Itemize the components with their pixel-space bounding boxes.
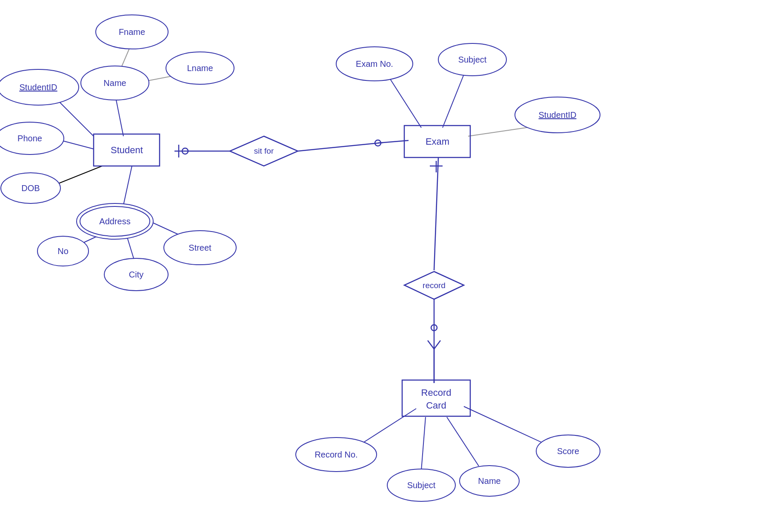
- svg-line-31: [464, 406, 547, 445]
- entity-record-card-label-line2: Card: [426, 400, 446, 411]
- attr-studentid2-label: StudentID: [539, 110, 577, 120]
- attr-phone-label: Phone: [17, 134, 42, 143]
- entity-exam-label: Exam: [426, 136, 449, 147]
- svg-line-26: [434, 340, 440, 349]
- attr-score-label: Score: [557, 446, 579, 456]
- attr-city-label: City: [129, 270, 143, 279]
- svg-line-20: [434, 157, 438, 270]
- svg-line-17: [387, 74, 421, 128]
- attr-name-rc-label: Name: [478, 476, 500, 486]
- svg-line-30: [447, 417, 479, 466]
- attr-subject-rc-label: Subject: [407, 481, 436, 490]
- attr-name-label: Name: [103, 78, 126, 88]
- svg-line-4: [55, 98, 94, 136]
- er-diagram: Student Exam Record Card sit for record …: [0, 0, 766, 532]
- attr-record-no-label: Record No.: [314, 450, 357, 459]
- attr-street-label: Street: [189, 243, 212, 252]
- attr-studentid-label: StudentID: [20, 83, 57, 92]
- relationship-record-label: record: [423, 281, 446, 290]
- relationship-sit-for-label: sit for: [254, 146, 274, 155]
- svg-line-14: [298, 143, 383, 151]
- attr-lname-label: Lname: [187, 63, 213, 73]
- attr-exam-no-label: Exam No.: [356, 59, 393, 69]
- attr-fname-label: Fname: [119, 27, 145, 37]
- svg-line-29: [421, 417, 426, 470]
- attr-dob-label: DOB: [21, 183, 40, 193]
- attr-address-label: Address: [99, 217, 130, 226]
- svg-line-25: [428, 340, 434, 349]
- entity-student-label: Student: [111, 145, 143, 155]
- attr-no-label: No: [57, 246, 69, 256]
- entity-record-card-label-line1: Record: [421, 387, 452, 398]
- svg-line-18: [443, 74, 464, 128]
- attr-subject-exam-label: Subject: [458, 55, 487, 64]
